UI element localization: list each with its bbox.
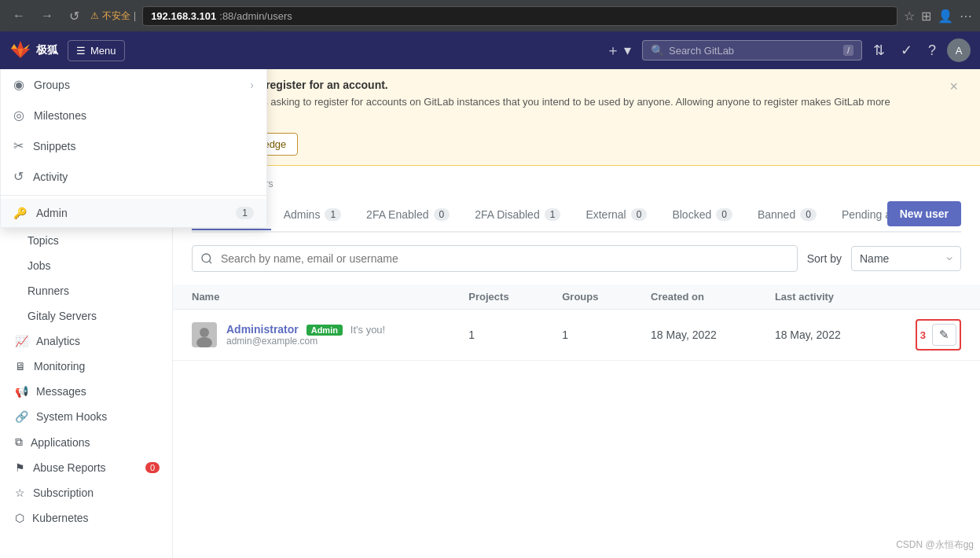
admin-badge: 1 bbox=[236, 207, 254, 219]
browser-menu-icon[interactable]: ⋯ bbox=[960, 9, 972, 24]
main-layout: ▣ Projects › ◉ Groups › ◎ Milestones ✂ S… bbox=[0, 69, 980, 558]
security-indicator: ⚠ 不安全 | bbox=[90, 9, 136, 23]
dropdown-item-admin[interactable]: 🔑 Admin 1 bbox=[1, 199, 266, 227]
dropdown-divider bbox=[1, 195, 266, 196]
menu-button[interactable]: ☰ Menu bbox=[68, 40, 125, 61]
gitlab-logo-svg bbox=[9, 39, 31, 61]
plus-dropdown-button[interactable]: ＋ ▾ bbox=[601, 36, 636, 64]
chevron-right-icon-groups: › bbox=[250, 79, 254, 91]
dropdown-item-groups[interactable]: ◉ Groups › bbox=[1, 69, 266, 100]
browser-chrome: ← → ↺ ⚠ 不安全 | 192.168.3.101 :88/admin/us… bbox=[0, 0, 980, 31]
browser-grid-icon[interactable]: ⊞ bbox=[921, 9, 931, 24]
app-container: 极狐 ☰ Menu ＋ ▾ 🔍 / ⇅ ✓ ? A ▣ Projects › bbox=[0, 31, 980, 558]
dropdown-item-activity[interactable]: ↺ Activity bbox=[1, 161, 266, 192]
hamburger-icon: ☰ bbox=[76, 45, 86, 57]
back-button[interactable]: ← bbox=[8, 7, 30, 24]
browser-user-icon[interactable]: 👤 bbox=[938, 9, 953, 24]
user-avatar[interactable]: A bbox=[947, 39, 971, 62]
merge-requests-button[interactable]: ⇅ bbox=[868, 37, 890, 64]
warning-icon: ⚠ bbox=[90, 10, 99, 21]
security-text: 不安全 bbox=[102, 9, 130, 23]
todos-button[interactable]: ✓ bbox=[896, 37, 917, 64]
gitlab-brand-name: 极狐 bbox=[36, 43, 58, 57]
dropdown-item-milestones[interactable]: ◎ Milestones bbox=[1, 100, 266, 130]
milestones-icon: ◎ bbox=[13, 108, 24, 123]
url-host: 192.168.3.101 bbox=[151, 10, 216, 22]
search-icon: 🔍 bbox=[651, 44, 664, 57]
url-path: :88/admin/users bbox=[219, 10, 292, 22]
search-input[interactable] bbox=[669, 45, 839, 57]
plus-icon: ＋ ▾ bbox=[606, 41, 631, 60]
snippets-icon: ✂ bbox=[13, 138, 24, 153]
dropdown-menu: ▣ Projects › ◉ Groups › ◎ Milestones ✂ S… bbox=[0, 69, 267, 228]
refresh-button[interactable]: ↺ bbox=[64, 7, 84, 25]
top-navbar: 极狐 ☰ Menu ＋ ▾ 🔍 / ⇅ ✓ ? A bbox=[0, 31, 980, 69]
svg-marker-0 bbox=[17, 41, 24, 49]
activity-icon: ↺ bbox=[13, 169, 24, 184]
browser-star-icon[interactable]: ☆ bbox=[904, 9, 915, 24]
search-bar[interactable]: 🔍 / bbox=[642, 40, 862, 61]
browser-icons: ☆ ⊞ 👤 ⋯ bbox=[904, 9, 972, 24]
dropdown-item-snippets[interactable]: ✂ Snippets bbox=[1, 130, 266, 161]
address-bar[interactable]: 192.168.3.101 :88/admin/users bbox=[142, 6, 897, 26]
forward-button[interactable]: → bbox=[36, 7, 58, 24]
watermark: CSDN @永恒布gg bbox=[896, 538, 974, 552]
help-button[interactable]: ? bbox=[923, 38, 941, 64]
gitlab-logo[interactable]: 极狐 bbox=[9, 39, 58, 61]
groups-icon: ◉ bbox=[13, 77, 24, 92]
dropdown-overlay[interactable]: ▣ Projects › ◉ Groups › ◎ Milestones ✂ S… bbox=[0, 69, 980, 558]
admin-icon: 🔑 bbox=[13, 207, 27, 219]
search-shortcut: / bbox=[843, 45, 853, 56]
svg-marker-3 bbox=[11, 44, 17, 49]
svg-marker-4 bbox=[24, 44, 30, 49]
